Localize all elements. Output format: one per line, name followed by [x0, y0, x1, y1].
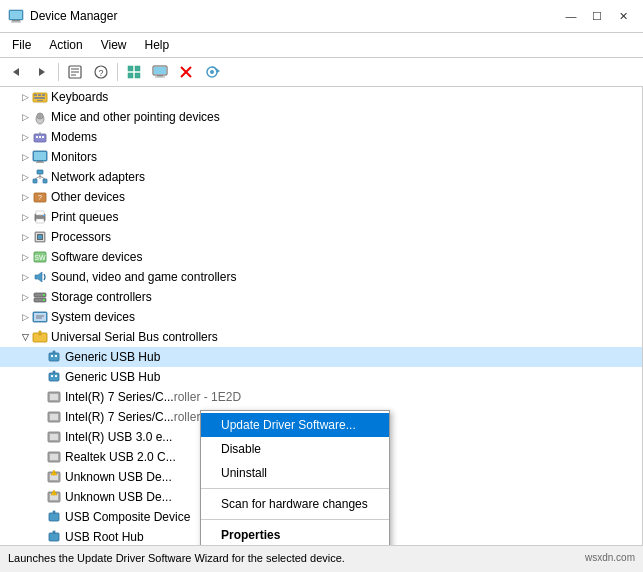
expand-monitors[interactable]: ▷	[18, 150, 32, 164]
svg-point-63	[43, 294, 45, 296]
context-menu-update[interactable]: Update Driver Software...	[201, 413, 389, 437]
tree-item-usb[interactable]: ▽ Universal Serial Bus controllers	[0, 327, 642, 347]
svg-rect-44	[33, 179, 37, 183]
menu-file[interactable]: File	[4, 35, 39, 55]
svg-rect-29	[34, 97, 45, 99]
expand-sound[interactable]: ▷	[18, 270, 32, 284]
tree-item-other[interactable]: ▷ ? Other devices	[0, 187, 642, 207]
intel2-icon	[46, 409, 62, 425]
svg-rect-35	[36, 136, 38, 138]
expand-software[interactable]: ▷	[18, 250, 32, 264]
context-menu-sep	[201, 488, 389, 489]
usb-folder-icon	[32, 329, 48, 345]
other-label: Other devices	[51, 190, 125, 204]
processors-label: Processors	[51, 230, 111, 244]
tree-item-modems[interactable]: ▷ Modems	[0, 127, 642, 147]
minimize-button[interactable]: —	[559, 6, 583, 26]
svg-text:?: ?	[98, 68, 103, 78]
tree-item-network[interactable]: ▷ Network adapters	[0, 167, 642, 187]
toolbar-help[interactable]: ?	[89, 61, 113, 83]
svg-point-64	[43, 299, 45, 301]
realtek-icon	[46, 449, 62, 465]
tree-item-mice[interactable]: ▷ Mice and other pointing devices	[0, 107, 642, 127]
toolbar-forward[interactable]	[30, 61, 54, 83]
composite-label: USB Composite Device	[65, 510, 190, 524]
menu-help[interactable]: Help	[137, 35, 178, 55]
tree-item-keyboards[interactable]: ▷ Keyboards	[0, 87, 642, 107]
maximize-button[interactable]: ☐	[585, 6, 609, 26]
svg-rect-83	[50, 434, 58, 440]
expand-storage[interactable]: ▷	[18, 290, 32, 304]
svg-rect-97	[53, 531, 55, 533]
close-button[interactable]: ✕	[611, 6, 635, 26]
tree-item-storage[interactable]: ▷ Storage controllers	[0, 287, 642, 307]
root1-icon	[46, 529, 62, 545]
intel1-icon	[46, 389, 62, 405]
svg-rect-81	[50, 414, 58, 420]
expand-modems[interactable]: ▷	[18, 130, 32, 144]
svg-rect-95	[53, 511, 55, 513]
expand-processors[interactable]: ▷	[18, 230, 32, 244]
unknown1-icon: !	[46, 469, 62, 485]
context-menu-uninstall[interactable]: Uninstall	[201, 461, 389, 485]
device-tree[interactable]: ▷ Keyboards ▷	[0, 87, 643, 545]
svg-rect-18	[157, 75, 163, 77]
svg-rect-71	[51, 355, 53, 357]
tree-item-sound[interactable]: ▷ Sound, video and game controllers	[0, 267, 642, 287]
svg-rect-52	[36, 211, 44, 215]
expand-keyboards[interactable]: ▷	[18, 90, 32, 104]
tree-item-intel1[interactable]: ▷ Intel(R) 7 Series/C... roller - 1E2D	[0, 387, 642, 407]
expand-print[interactable]: ▷	[18, 210, 32, 224]
software-label: Software devices	[51, 250, 142, 264]
generic1-label: Generic USB Hub	[65, 350, 160, 364]
tree-item-print[interactable]: ▷ Print queues	[0, 207, 642, 227]
toolbar-back[interactable]	[4, 61, 28, 83]
menu-view[interactable]: View	[93, 35, 135, 55]
context-menu-properties[interactable]: Properties	[201, 523, 389, 545]
svg-rect-75	[51, 375, 53, 377]
tree-item-system[interactable]: ▷ System devices	[0, 307, 642, 327]
expand-network[interactable]: ▷	[18, 170, 32, 184]
context-menu-disable[interactable]: Disable	[201, 437, 389, 461]
realtek-label: Realtek USB 2.0 C...	[65, 450, 176, 464]
unknown2-label: Unknown USB De...	[65, 490, 172, 504]
menu-action[interactable]: Action	[41, 35, 90, 55]
svg-rect-40	[34, 152, 46, 160]
tree-item-software[interactable]: ▷ SW Software devices	[0, 247, 642, 267]
tree-item-processors[interactable]: ▷ Processors	[0, 227, 642, 247]
intel3-label: Intel(R) USB 3.0 e...	[65, 430, 172, 444]
usb-hub-icon-1	[46, 349, 62, 365]
expand-system[interactable]: ▷	[18, 310, 32, 324]
tree-item-generic1[interactable]: ▷ Generic USB Hub	[0, 347, 642, 367]
svg-marker-23	[217, 69, 220, 73]
toolbar-show-hidden[interactable]	[122, 61, 146, 83]
print-label: Print queues	[51, 210, 118, 224]
toolbar-computer[interactable]	[148, 61, 172, 83]
expand-usb[interactable]: ▽	[18, 330, 32, 344]
update-label: Update Driver Software...	[221, 418, 356, 432]
tree-item-monitors[interactable]: ▷ Monitors	[0, 147, 642, 167]
context-menu-scan[interactable]: Scan for hardware changes	[201, 492, 389, 516]
toolbar-properties[interactable]	[63, 61, 87, 83]
toolbar-scan[interactable]	[200, 61, 224, 83]
svg-rect-45	[43, 179, 47, 183]
expand-mice[interactable]: ▷	[18, 110, 32, 124]
svg-rect-14	[128, 73, 133, 78]
mice-icon	[32, 109, 48, 125]
toolbar: ?	[0, 58, 643, 87]
toolbar-uninstall[interactable]	[174, 61, 198, 83]
composite-icon	[46, 509, 62, 525]
svg-rect-3	[11, 22, 21, 23]
monitors-label: Monitors	[51, 150, 97, 164]
intel3-icon	[46, 429, 62, 445]
generic2-label: Generic USB Hub	[65, 370, 160, 384]
title-bar-controls: — ☐ ✕	[559, 6, 635, 26]
svg-rect-2	[12, 20, 20, 22]
tree-item-generic2[interactable]: ▷ Generic USB Hub	[0, 367, 642, 387]
usb-hub-icon-2	[46, 369, 62, 385]
network-icon	[32, 169, 48, 185]
expand-other[interactable]: ▷	[18, 190, 32, 204]
intel2-label: Intel(R) 7 Series/C...	[65, 410, 174, 424]
svg-text:?: ?	[38, 194, 42, 201]
main-area: ▷ Keyboards ▷	[0, 87, 643, 545]
